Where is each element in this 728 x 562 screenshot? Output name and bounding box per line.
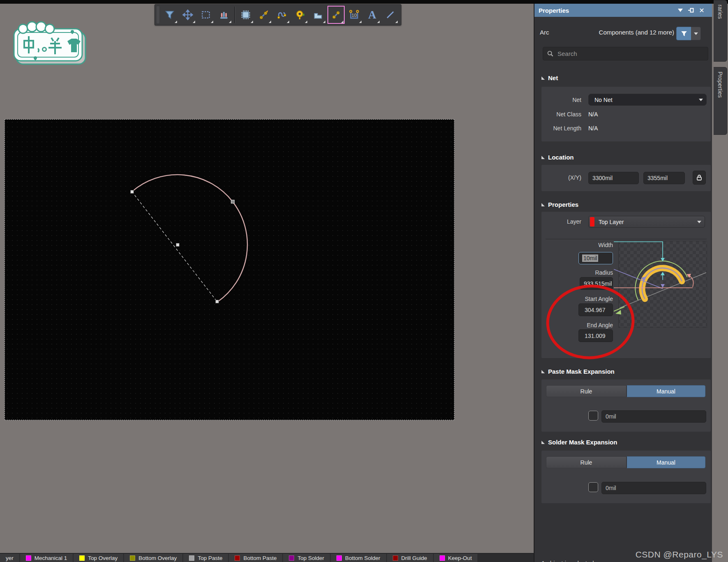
solder-mask-checkbox[interactable] [588,482,598,492]
arc-preview-diagram [614,241,707,328]
chevron-down-icon [697,221,701,223]
layer-color-swatch [79,555,85,561]
layer-color-swatch [590,217,594,227]
string-tool-button[interactable]: A [363,5,381,24]
solder-mask-value-field[interactable] [601,482,706,494]
filter-icon [164,9,175,20]
layer-color-swatch [189,555,194,561]
paste-mask-card: Rule Manual [541,379,711,432]
via-tool-button[interactable] [291,5,309,24]
layer-tab[interactable]: Top Paste [183,554,228,562]
tune-length-tool-button[interactable] [273,5,291,24]
funnel-icon [680,30,688,37]
layer-tab[interactable]: Drill Guide [387,554,433,562]
string-icon: A [368,9,376,21]
tab-libraries[interactable]: raries [714,0,727,62]
line-icon [385,9,396,20]
svg-text:10: 10 [352,13,357,18]
panel-close-icon[interactable]: ✕ [697,4,706,17]
select-area-tool-button[interactable] [197,5,215,24]
tune-length-icon [276,9,287,20]
section-header-paste-mask[interactable]: Paste Mask Expansion [541,368,615,375]
net-card: Net No Net Net Class N/A Net Length N/A [541,87,711,141]
panel-title: Properties [539,7,569,14]
start-angle-field[interactable] [578,303,613,316]
solder-mask-rule-button[interactable]: Rule [546,456,627,468]
layer-color-swatch [393,555,398,561]
net-select[interactable]: No Net [588,94,707,106]
move-icon [182,9,193,20]
pad-tool-button[interactable] [215,5,233,24]
search-input[interactable] [557,50,694,58]
width-label: Width [541,242,613,248]
layer-color-swatch [289,555,294,561]
properties-card: Layer Top Layer Width 10mil Radius Start… [541,212,711,358]
radius-label: Radius [541,269,613,276]
xy-label: (X/Y) [541,174,581,181]
solder-mask-card: Rule Manual [541,451,711,503]
location-y-field[interactable] [643,172,685,184]
panel-pin-icon[interactable] [687,4,696,17]
layer-label: Layer [541,218,581,225]
section-header-properties[interactable]: Properties [541,201,578,208]
panel-collapse-button[interactable] [676,4,685,17]
pcb-canvas[interactable] [5,119,454,420]
selected-arc[interactable] [5,120,454,420]
arc-track-tool-button-selected[interactable] [327,5,345,24]
location-lock-button[interactable] [693,171,706,185]
csdn-watermark: CSDN @Reparo_LYS [636,550,723,560]
solder-mask-manual-button[interactable]: Manual [627,456,705,468]
paste-mask-value-field[interactable] [601,410,706,423]
paste-mask-rule-button[interactable]: Rule [546,385,627,397]
end-angle-field[interactable] [578,329,613,342]
layer-tab[interactable]: Bottom Paste [229,554,282,562]
object-filter-dropdown[interactable] [691,27,701,40]
paste-mask-checkbox[interactable] [588,411,598,421]
toolbar-grip[interactable] [157,6,159,23]
net-length-label: Net Length [541,125,581,132]
layer-tab[interactable]: yer [0,554,19,562]
layer-tab[interactable]: Bottom Overlay [124,554,182,562]
search-icon [547,51,553,57]
layer-tab[interactable]: Top Overlay [74,554,123,562]
layer-tab[interactable]: Top Solder [283,554,330,562]
object-filter-button[interactable] [676,27,691,40]
location-x-field[interactable] [588,172,639,184]
layer-color-swatch [235,555,240,561]
section-header-net[interactable]: Net [541,74,558,81]
line-tool-button[interactable] [381,5,399,24]
move-tool-button[interactable] [179,5,197,24]
arc-edit-handles[interactable] [131,190,235,303]
net-length-value: N/A [588,125,598,132]
main-toolbar: 10 A [154,4,401,25]
property-search[interactable] [543,47,708,60]
polygon-pour-tool-button[interactable] [309,5,327,24]
panel-title-bar[interactable]: Properties ✕ [534,4,712,17]
selection-status-text: 1 object is selected [541,560,594,562]
layer-select[interactable]: Top Layer [588,216,705,228]
layer-tab-bar: yer Mechanical 1 Top Overlay Bottom Over… [0,553,534,562]
net-label: Net [541,97,581,103]
chevron-down-icon [699,99,703,101]
panel-side-tabs: raries Properties [714,0,728,173]
width-field[interactable]: 10mil [578,252,613,264]
properties-panel: Properties ✕ Arc Components (and 12 more… [534,4,712,562]
filter-tool-button[interactable] [161,5,179,24]
radius-field[interactable] [580,277,613,290]
layer-tab[interactable]: Mechanical 1 [20,554,73,562]
layer-tab[interactable]: Bottom Solder [331,554,386,562]
end-angle-label: End Angle [541,322,613,328]
location-card: (X/Y) [541,165,711,191]
component-tool-button[interactable] [237,5,255,24]
section-header-solder-mask[interactable]: Solder Mask Expansion [541,439,617,446]
tab-properties[interactable]: Properties [714,67,727,135]
section-header-location[interactable]: Location [541,154,574,161]
app-window: 10 A [0,0,728,562]
interactive-route-tool-button[interactable] [255,5,273,24]
paste-mask-manual-button[interactable]: Manual [627,385,705,397]
lock-icon [696,174,703,181]
layer-tab[interactable]: Keep-Out [434,554,478,562]
dimension-tool-button[interactable]: 10 [345,5,363,24]
arc-track-icon [331,9,341,20]
filter-scope-label: Components (and 12 more) [599,29,674,36]
